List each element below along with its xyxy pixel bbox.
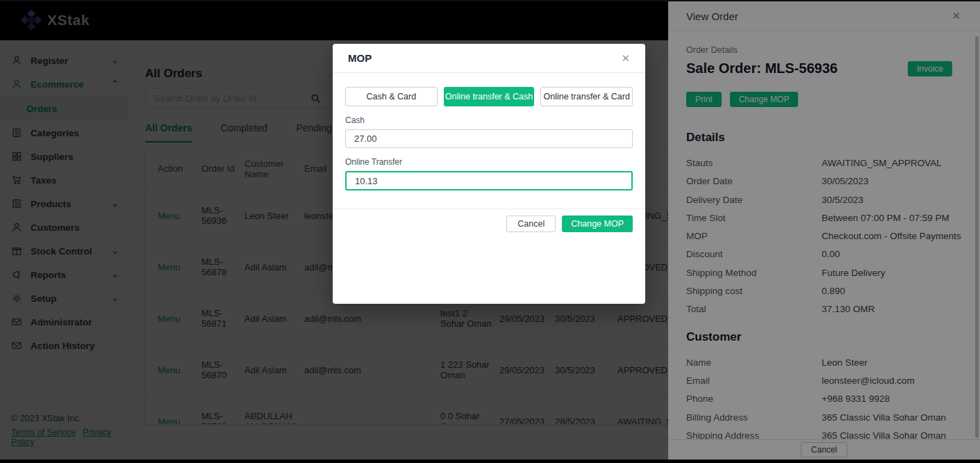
close-icon[interactable]: ✕: [621, 52, 630, 65]
modal-header: MOP ✕: [333, 44, 645, 73]
online-transfer-input[interactable]: [345, 171, 633, 190]
modal-body: Cash & CardOnline transfer & CashOnline …: [333, 73, 645, 190]
method-button-cash-card[interactable]: Cash & Card: [345, 87, 438, 106]
method-button-online-transfer-cash[interactable]: Online transfer & Cash: [444, 87, 535, 106]
modal-change-mop-button[interactable]: Change MOP: [562, 216, 633, 232]
mop-modal: MOP ✕ Cash & CardOnline transfer & CashO…: [333, 44, 645, 304]
modal-title: MOP: [348, 52, 372, 64]
method-button-online-transfer-card[interactable]: Online transfer & Card: [540, 87, 633, 106]
modal-footer: Cancel Change MOP: [333, 209, 645, 232]
payment-method-toggle: Cash & CardOnline transfer & CashOnline …: [345, 87, 633, 106]
modal-cancel-button[interactable]: Cancel: [506, 216, 556, 232]
cash-input[interactable]: [345, 129, 633, 148]
app-root: XStak˙ Register⌄Ecommerce⌃OrdersCategori…: [0, 0, 980, 463]
cash-label: Cash: [345, 115, 633, 125]
online-transfer-label: Online Transfer: [345, 157, 633, 167]
